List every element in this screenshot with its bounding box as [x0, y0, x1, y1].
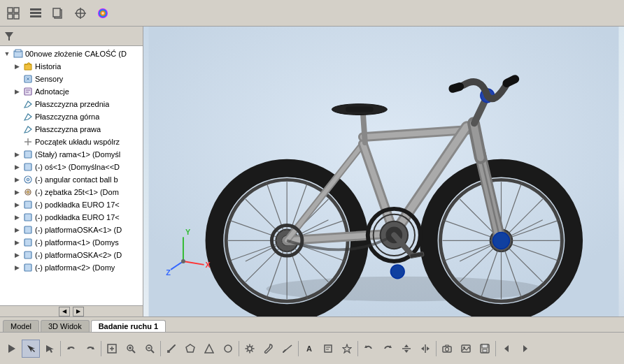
toolbar-btn-crosshair[interactable] — [70, 3, 91, 23]
podkladka1-label: (-) podkładka EURO 17< — [35, 201, 120, 209]
arrow-btn[interactable] — [41, 340, 59, 358]
text-btn[interactable]: A — [300, 340, 318, 358]
expander-zebatka[interactable]: ▶ — [11, 189, 22, 196]
plane-icon-1 — [22, 99, 34, 110]
expander-pg: · — [11, 113, 22, 120]
sketch-btn[interactable] — [162, 340, 180, 358]
toolbar-btn-copy[interactable] — [48, 3, 69, 23]
expander-po2[interactable]: ▶ — [11, 252, 22, 259]
sidebar-item-adnotacje[interactable]: ▶ Adnotacje — [0, 85, 143, 98]
plaszczyzna-gorna-label: Płaszczyzna górna — [35, 112, 99, 121]
tab-3dwidok[interactable]: 3D Widok — [41, 320, 90, 332]
zoom-fit-btn[interactable] — [103, 340, 121, 358]
scroll-right-btn[interactable]: ▶ — [73, 307, 84, 316]
svg-marker-125 — [27, 345, 35, 352]
polygon-btn[interactable] — [181, 340, 199, 358]
measure-btn[interactable] — [278, 340, 297, 358]
sidebar-item-platforma-oska2[interactable]: ▶ (-) platformaOSKA<2> (D — [0, 249, 143, 261]
sep2 — [101, 341, 101, 356]
expander-root[interactable]: ▼ — [1, 50, 13, 57]
redo-btn[interactable] — [378, 340, 397, 358]
viewport[interactable]: Z X Y — [143, 27, 624, 316]
flip-h-btn[interactable] — [416, 340, 434, 358]
undo-btn[interactable] — [360, 340, 378, 358]
zoom-out-btn[interactable] — [141, 340, 159, 358]
svg-line-137 — [151, 350, 154, 353]
zoom-in-btn[interactable] — [122, 340, 140, 358]
svg-text:X: X — [206, 261, 211, 269]
image-btn[interactable] — [457, 340, 475, 358]
scroll-left-btn[interactable]: ◀ — [59, 307, 70, 316]
svg-line-133 — [132, 350, 135, 353]
expander-angular[interactable]: ▶ — [11, 176, 22, 183]
sidebar-item-angular[interactable]: ▶ (-) angular contact ball b — [0, 173, 143, 186]
sep4 — [239, 341, 239, 356]
prev-btn[interactable] — [497, 340, 516, 358]
podkladka2-label: (-) podkładka EURO 17< — [35, 213, 120, 221]
rotate-left-btn[interactable] — [62, 340, 80, 358]
save-image-btn[interactable] — [476, 340, 494, 358]
next-btn[interactable] — [516, 340, 534, 358]
expander-podkladka2[interactable]: ▶ — [11, 214, 22, 221]
wrench-btn[interactable] — [260, 340, 278, 358]
tab-model[interactable]: Model — [3, 320, 39, 332]
sidebar-item-plaszczyzna-gorna[interactable]: · Płaszczyzna górna — [0, 110, 143, 123]
expander-poczatek: · — [11, 138, 22, 145]
flip-v-btn[interactable] — [397, 340, 416, 358]
tree-item-root[interactable]: ▼ 00nowe złożenie CAŁOŚĆ (D — [0, 48, 143, 60]
sidebar-item-sensory[interactable]: ▶ Sensory — [0, 73, 143, 85]
expander-historia[interactable]: ▶ — [11, 63, 22, 70]
svg-marker-13 — [5, 32, 13, 41]
svg-marker-24 — [24, 126, 31, 133]
rotate-right-btn[interactable] — [81, 340, 99, 358]
svg-rect-1 — [14, 8, 19, 13]
triangle-btn[interactable] — [200, 340, 218, 358]
tree-panel[interactable]: ▼ 00nowe złożenie CAŁOŚĆ (D ▶ Historia — [0, 46, 143, 305]
expander-po1[interactable]: ▶ — [11, 226, 22, 233]
expander-p2[interactable]: ▶ — [11, 264, 22, 271]
sidebar-item-podkladka1[interactable]: ▶ (-) podkładka EURO 17< — [0, 198, 143, 211]
expander-sensory[interactable]: ▶ — [11, 75, 22, 82]
star-btn[interactable] — [338, 340, 356, 358]
svg-rect-109 — [346, 107, 374, 112]
expander-rama[interactable]: ▶ — [11, 151, 22, 158]
sidebar-item-poczatek[interactable]: · Początek układu wspólrz — [0, 136, 143, 148]
expander-podkladka1[interactable]: ▶ — [11, 201, 22, 208]
plaszczyzna-prawa-label: Płaszczyzna prawa — [35, 125, 101, 133]
circle-btn[interactable] — [219, 340, 237, 358]
toolbar-btn-grid[interactable] — [3, 3, 24, 23]
expander-os[interactable]: ▶ — [11, 163, 22, 170]
app-container: ▼ 00nowe złożenie CAŁOŚĆ (D ▶ Historia — [0, 0, 624, 364]
expander-p1[interactable]: ▶ — [11, 239, 22, 246]
toolbar-btn-list[interactable] — [25, 3, 46, 23]
svg-text:Y: Y — [185, 228, 191, 236]
select-btn[interactable] — [22, 340, 40, 358]
settings-btn[interactable] — [241, 340, 259, 358]
tree-root: ▼ 00nowe złożenie CAŁOŚĆ (D ▶ Historia — [0, 46, 143, 275]
svg-line-107 — [363, 113, 365, 143]
play-btn[interactable] — [3, 340, 21, 358]
camera-btn[interactable] — [438, 340, 456, 358]
tab-badanie[interactable]: Badanie ruchu 1 — [91, 320, 166, 332]
sidebar-item-platforma1[interactable]: ▶ (-) platforma<1> (Domys — [0, 236, 143, 249]
sidebar-item-platforma-oska1[interactable]: ▶ (-) platformaOSKA<1> (D — [0, 224, 143, 236]
svg-marker-126 — [46, 345, 54, 353]
sidebar-item-os[interactable]: ▶ (-) oś<1> (Domyślna<<D — [0, 161, 143, 173]
svg-rect-33 — [24, 201, 31, 208]
svg-rect-35 — [24, 226, 31, 233]
historia-label: Historia — [35, 62, 61, 71]
sidebar-item-platforma2[interactable]: ▶ (-) platforma<2> (Domy — [0, 261, 143, 274]
expander-adnotacje[interactable]: ▶ — [11, 88, 22, 95]
toolbar-btn-color[interactable] — [92, 3, 113, 23]
sidebar-item-plaszczyzna-prawa[interactable]: · Płaszczyzna prawa — [0, 123, 143, 136]
sidebar-item-plaszczyzna-przednia[interactable]: · Płaszczyzna przednia — [0, 98, 143, 110]
adnotacje-icon — [22, 86, 34, 97]
sidebar-filter-btn[interactable] — [1, 29, 17, 44]
sidebar-item-podkladka2[interactable]: ▶ (-) podkładka EURO 17< — [0, 211, 143, 224]
sidebar-item-zebatka[interactable]: ▶ (-) zębatka 25t<1> (Dom — [0, 186, 143, 198]
sidebar-item-rama[interactable]: ▶ (Stały) rama<1> (Domyśl — [0, 148, 143, 161]
sidebar-item-historia[interactable]: ▶ Historia — [0, 60, 143, 73]
podkladka1-icon — [22, 199, 34, 210]
note-btn[interactable] — [319, 340, 337, 358]
toolbar-bottom: A — [0, 332, 624, 364]
